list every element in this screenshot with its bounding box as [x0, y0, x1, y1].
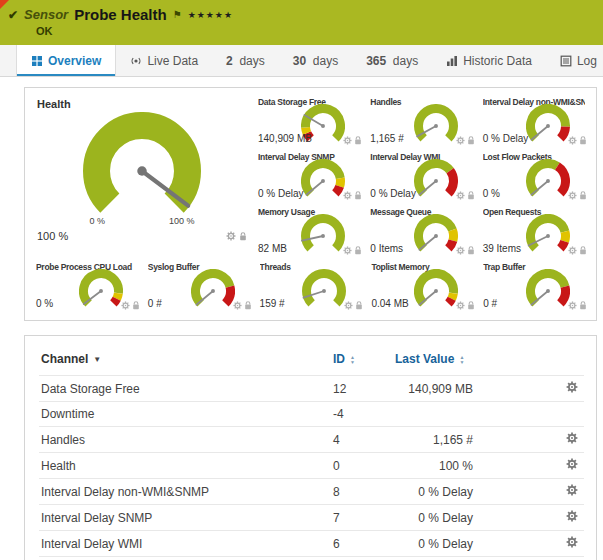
channel-cell: Downtime [39, 402, 331, 427]
lock-icon [467, 301, 475, 310]
mini-gauge-grid: Data Storage Free140,909 MBHandles1,165 … [253, 94, 590, 259]
gauge-interval-delay-snmp: Interval Delay SNMP0 % Delay [253, 149, 365, 204]
gauge-dial [526, 104, 570, 148]
table-row-downtime[interactable]: Downtime-4 [39, 402, 584, 427]
lock-icon [132, 301, 140, 310]
gear-icon[interactable] [566, 432, 578, 444]
sort-icon: ▲▼ [459, 355, 464, 365]
gauge-value: 140,909 MB [258, 133, 312, 144]
gear-icon[interactable] [343, 136, 352, 145]
table-row-interval-delay-snmp[interactable]: Interval Delay SNMP70 % Delay [39, 505, 584, 531]
gauge-dial [301, 214, 345, 258]
table-row-data-storage-free[interactable]: Data Storage Free12140,909 MB [39, 376, 584, 402]
gauge-value: 0.04 MB [371, 298, 408, 309]
priority-stars[interactable]: ★★★★★ [188, 10, 233, 20]
gauge-value: 0 Items [370, 243, 403, 254]
column-header-last-value[interactable]: Last Value▲▼ [395, 352, 464, 366]
gear-icon[interactable] [568, 136, 577, 145]
gauge-dial [526, 159, 570, 203]
row-settings-cell [475, 505, 584, 531]
lock-icon [354, 246, 362, 255]
channel-cell: Lost Flow Packets [39, 557, 331, 560]
gear-icon[interactable] [344, 301, 353, 310]
gear-icon[interactable] [456, 191, 465, 200]
gauge-threads: Threads159 # [255, 259, 367, 314]
gauge-value: 0 % [483, 188, 500, 199]
gear-icon[interactable] [566, 458, 578, 470]
lock-icon [579, 136, 587, 145]
tab-label: Live Data [147, 54, 198, 68]
column-header-id[interactable]: ID▲▼ [333, 352, 355, 366]
tab-label: 2 days [226, 54, 265, 68]
channel-cell: Interval Delay WMI [39, 531, 331, 557]
lock-icon [354, 191, 362, 200]
table-row-health[interactable]: Health0100 % [39, 453, 584, 479]
gauge-handles: Handles1,165 # [365, 94, 477, 149]
table-row-handles[interactable]: Handles41,165 # [39, 427, 584, 453]
gauges-top-section: Health 0 % 100 % 100 % Data Storage Free… [31, 94, 590, 259]
gear-icon[interactable] [343, 246, 352, 255]
status-badge: OK [36, 25, 593, 37]
gauge-dial [414, 159, 458, 203]
gauge-value: 0 % Delay [370, 188, 416, 199]
gear-icon[interactable] [456, 136, 465, 145]
gauge-health: Health 0 % 100 % 100 % [31, 94, 253, 259]
tab-live-data[interactable]: Live Data [116, 45, 212, 76]
tab-365-days[interactable]: 365 days [352, 45, 432, 76]
gear-icon[interactable] [566, 484, 578, 496]
health-gauge-icons [226, 231, 247, 241]
gauge-value: 0 # [148, 298, 162, 309]
tab-log[interactable]: Log [546, 45, 603, 76]
last-value-cell: 100 % [393, 453, 475, 479]
lock-icon [467, 246, 475, 255]
gauge-value: 0 % Delay [258, 188, 304, 199]
sensor-header: ✔ Sensor Probe Health ⚑ ★★★★★ OK [0, 0, 603, 45]
channel-cell: Data Storage Free [39, 376, 331, 402]
gear-icon[interactable] [568, 301, 577, 310]
gear-icon[interactable] [121, 301, 130, 310]
gear-icon[interactable] [456, 301, 465, 310]
tab-2-days[interactable]: 2 days [212, 45, 279, 76]
health-gauge-dial [37, 112, 247, 230]
gear-icon[interactable] [566, 510, 578, 522]
table-row-interval-delay-non-wmi-snmp[interactable]: Interval Delay non-WMI&SNMP80 % Delay [39, 479, 584, 505]
row-settings-cell [475, 402, 584, 427]
channel-cell: Health [39, 453, 331, 479]
gear-icon[interactable] [568, 246, 577, 255]
gauge-value: 0 % [36, 298, 53, 309]
channel-table-body: Data Storage Free12140,909 MBDowntime-4H… [39, 376, 584, 560]
gear-icon[interactable] [343, 191, 352, 200]
gear-icon[interactable] [456, 246, 465, 255]
table-row-lost-flow-packets[interactable]: Lost Flow Packets100 % [39, 557, 584, 560]
tab-historic-data[interactable]: Historic Data [432, 45, 546, 76]
lock-icon [579, 301, 587, 310]
table-row-interval-delay-wmi[interactable]: Interval Delay WMI60 % Delay [39, 531, 584, 557]
gauge-dial [191, 269, 235, 313]
tab-overview[interactable]: Overview [16, 45, 116, 76]
lock-icon [354, 136, 362, 145]
caret-down-icon: ▼ [93, 355, 101, 364]
overview-icon [31, 55, 43, 67]
gauge-dial [526, 214, 570, 258]
gauge-dial [414, 214, 458, 258]
last-value-cell [393, 402, 475, 427]
object-kind-label: Sensor [24, 7, 68, 22]
id-cell: 6 [331, 531, 393, 557]
tab-30-days[interactable]: 30 days [279, 45, 352, 76]
gauge-value: 0 # [483, 298, 497, 309]
gear-icon[interactable] [233, 301, 242, 310]
tab-label: Log [577, 54, 597, 68]
flag-icon[interactable]: ⚑ [173, 9, 182, 20]
column-header-channel[interactable]: Channel▼ [41, 352, 101, 366]
log-icon [560, 55, 572, 67]
gauge-value: 100 % [37, 230, 68, 242]
gear-icon[interactable] [568, 191, 577, 200]
id-cell: 8 [331, 479, 393, 505]
content: Health 0 % 100 % 100 % Data Storage Free… [0, 77, 603, 560]
id-cell: 7 [331, 505, 393, 531]
gear-icon[interactable] [226, 231, 236, 241]
gear-icon[interactable] [566, 381, 578, 393]
page-title: Probe Health [74, 6, 167, 23]
gear-icon[interactable] [566, 536, 578, 548]
tab-bar: OverviewLive Data2 days30 days365 daysHi… [0, 45, 603, 77]
